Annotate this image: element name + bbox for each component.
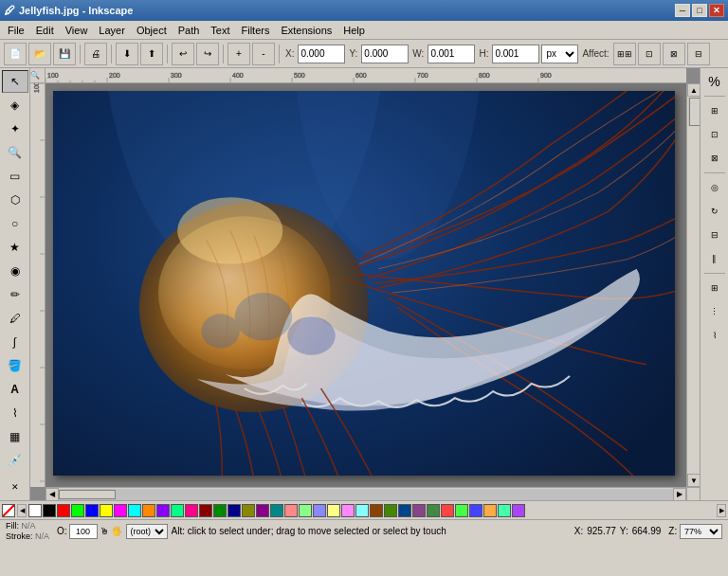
menu-filters[interactable]: Filters bbox=[236, 23, 276, 38]
x-input[interactable] bbox=[298, 45, 345, 63]
import-button[interactable]: ⬇ bbox=[116, 43, 138, 65]
ellipse-tool-btn[interactable]: ○ bbox=[2, 212, 28, 235]
color-swatch[interactable] bbox=[370, 504, 383, 517]
close-tool-btn[interactable]: ✕ bbox=[2, 476, 28, 498]
color-swatch[interactable] bbox=[327, 504, 340, 517]
redo-button[interactable]: ↪ bbox=[196, 43, 219, 65]
snap-grid-btn[interactable]: ⋮ bbox=[702, 300, 727, 323]
hscroll-thumb[interactable] bbox=[59, 490, 116, 499]
paint-bucket-tool-btn[interactable]: 🪣 bbox=[2, 354, 28, 377]
color-swatch[interactable] bbox=[427, 504, 440, 517]
color-swatch[interactable] bbox=[341, 504, 355, 517]
calligraphy-tool-btn[interactable]: ∫ bbox=[2, 331, 28, 353]
unit-select[interactable]: px mm cm in bbox=[541, 45, 578, 63]
scroll-left-arrow[interactable]: ◀ bbox=[46, 488, 59, 501]
snap-guide-btn[interactable]: ⊠ bbox=[702, 147, 727, 170]
no-color-swatch[interactable] bbox=[2, 504, 15, 517]
color-swatch[interactable] bbox=[185, 504, 198, 517]
color-swatch[interactable] bbox=[441, 504, 454, 517]
gradient-tool-btn[interactable]: ▦ bbox=[2, 425, 28, 448]
color-swatch[interactable] bbox=[398, 504, 411, 517]
hscrollbar[interactable]: ◀ ▶ bbox=[46, 487, 686, 500]
color-swatch[interactable] bbox=[512, 504, 525, 517]
color-swatch[interactable] bbox=[242, 504, 255, 517]
tweak-tool-btn[interactable]: ✦ bbox=[2, 117, 28, 140]
export-button[interactable]: ⬆ bbox=[140, 43, 163, 65]
color-swatch[interactable] bbox=[483, 504, 497, 517]
color-swatch[interactable] bbox=[299, 504, 312, 517]
zoom-in-button[interactable]: + bbox=[228, 43, 250, 65]
color-swatch[interactable] bbox=[256, 504, 269, 517]
color-swatch[interactable] bbox=[43, 504, 56, 517]
snap-bbox-btn[interactable]: ⊞ bbox=[702, 99, 727, 122]
pen-tool-btn[interactable]: 🖊 bbox=[2, 307, 28, 330]
connector-tool-btn[interactable]: ⌇ bbox=[2, 402, 28, 424]
zoom-out-button[interactable]: - bbox=[252, 43, 275, 65]
3dbox-tool-btn[interactable]: ⬡ bbox=[2, 189, 28, 211]
affect-btn2[interactable]: ⊡ bbox=[638, 43, 661, 65]
color-swatch[interactable] bbox=[213, 504, 227, 517]
menu-text[interactable]: Text bbox=[205, 23, 235, 38]
color-swatch[interactable] bbox=[57, 504, 70, 517]
color-swatch[interactable] bbox=[156, 504, 170, 517]
color-swatch[interactable] bbox=[469, 504, 482, 517]
color-swatch[interactable] bbox=[71, 504, 84, 517]
color-swatch[interactable] bbox=[384, 504, 397, 517]
snap-mid-btn[interactable]: ↻ bbox=[702, 200, 727, 223]
color-swatch[interactable] bbox=[85, 504, 99, 517]
color-swatch[interactable] bbox=[228, 504, 241, 517]
layer-selector[interactable]: (root) bbox=[126, 524, 168, 539]
color-swatch[interactable] bbox=[28, 504, 42, 517]
maximize-button[interactable]: □ bbox=[692, 4, 707, 17]
menu-file[interactable]: File bbox=[2, 23, 30, 38]
palette-scroll-left[interactable]: ◀ bbox=[17, 504, 27, 517]
menu-layer[interactable]: Layer bbox=[93, 23, 131, 38]
zoom-tool-btn[interactable]: 🔍 bbox=[2, 141, 28, 164]
color-swatch[interactable] bbox=[412, 504, 426, 517]
color-swatch[interactable] bbox=[498, 504, 511, 517]
close-button[interactable]: ✕ bbox=[709, 4, 724, 17]
pencil-tool-btn[interactable]: ✏ bbox=[2, 283, 28, 306]
open-button[interactable]: 📂 bbox=[28, 43, 51, 65]
vscroll-thumb[interactable] bbox=[689, 98, 700, 126]
scroll-up-arrow[interactable]: ▲ bbox=[687, 83, 700, 97]
affect-btn3[interactable]: ⊠ bbox=[663, 43, 685, 65]
minimize-button[interactable]: ─ bbox=[675, 4, 690, 17]
color-swatch[interactable] bbox=[171, 504, 184, 517]
scroll-right-arrow[interactable]: ▶ bbox=[673, 488, 686, 501]
save-button[interactable]: 💾 bbox=[53, 43, 76, 65]
rect-tool-btn[interactable]: ▭ bbox=[2, 165, 28, 188]
spiral-tool-btn[interactable]: ◉ bbox=[2, 260, 28, 282]
star-tool-btn[interactable]: ★ bbox=[2, 236, 28, 259]
scroll-down-arrow[interactable]: ▼ bbox=[687, 474, 700, 487]
color-swatch[interactable] bbox=[455, 504, 468, 517]
menu-edit[interactable]: Edit bbox=[30, 23, 60, 38]
hscroll-track[interactable] bbox=[59, 489, 673, 500]
color-swatch[interactable] bbox=[313, 504, 326, 517]
undo-button[interactable]: ↩ bbox=[172, 43, 194, 65]
h-input[interactable] bbox=[492, 45, 539, 63]
y-input[interactable] bbox=[361, 45, 409, 63]
color-swatch[interactable] bbox=[114, 504, 127, 517]
canvas-scroll[interactable] bbox=[46, 83, 686, 487]
w-input[interactable] bbox=[428, 45, 475, 63]
color-swatch[interactable] bbox=[199, 504, 212, 517]
color-swatch[interactable] bbox=[142, 504, 155, 517]
palette-scroll-right[interactable]: ▶ bbox=[717, 504, 726, 517]
node-tool-btn[interactable]: ◈ bbox=[2, 94, 28, 117]
vscrollbar[interactable]: ▲ ▼ bbox=[686, 83, 700, 487]
snap-enable-btn[interactable]: % bbox=[702, 70, 727, 93]
zoom-select[interactable]: 77% 50% 100% 200% bbox=[680, 524, 722, 539]
menu-extensions[interactable]: Extensions bbox=[275, 23, 337, 38]
snap-ctr-btn[interactable]: ⊟ bbox=[702, 224, 727, 246]
color-swatch[interactable] bbox=[284, 504, 298, 517]
layer-dropdown[interactable]: (root) bbox=[126, 524, 168, 539]
menu-help[interactable]: Help bbox=[337, 23, 371, 38]
text-tool-btn[interactable]: A bbox=[2, 378, 28, 401]
snap-nodes-btn[interactable]: ⊡ bbox=[702, 123, 727, 146]
affect-btn1[interactable]: ⊞⊞ bbox=[613, 43, 636, 65]
dropper-tool-btn[interactable]: 💉 bbox=[2, 449, 28, 472]
color-swatch[interactable] bbox=[270, 504, 283, 517]
snap-obj-btn[interactable]: ∥ bbox=[702, 247, 727, 270]
vscroll-track[interactable] bbox=[688, 98, 699, 126]
